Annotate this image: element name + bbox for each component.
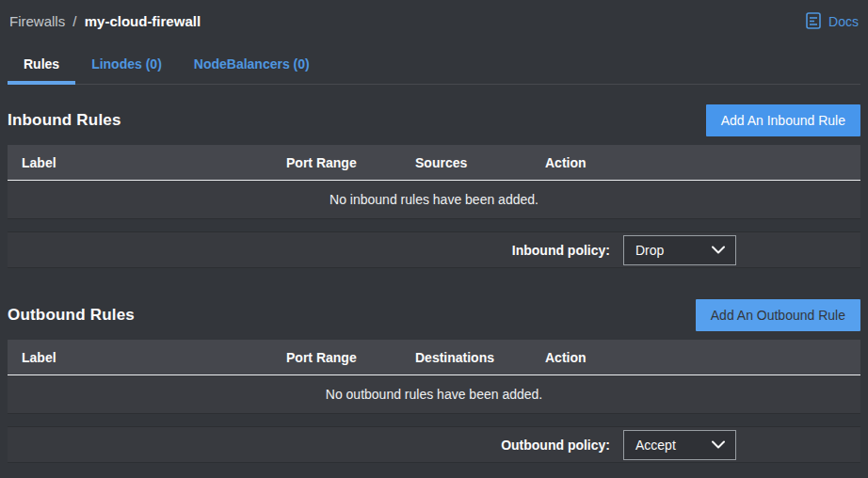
outbound-empty-message: No outbound rules have been added. — [8, 375, 860, 414]
outbound-column-destinations: Destinations — [415, 350, 545, 365]
chevron-down-icon — [712, 246, 725, 254]
outbound-column-action: Action — [545, 350, 860, 365]
firewall-detail-page: Firewalls / my-cloud-firewall Docs Rules… — [0, 0, 868, 478]
inbound-rules-section: Inbound Rules Add An Inbound Rule Label … — [8, 104, 860, 268]
outbound-policy-row: Outbound policy: Accept — [8, 426, 860, 463]
breadcrumb-firewalls-link[interactable]: Firewalls — [9, 13, 65, 29]
inbound-policy-select[interactable]: Drop — [623, 235, 736, 265]
breadcrumb: Firewalls / my-cloud-firewall — [9, 13, 201, 29]
outbound-policy-select[interactable]: Accept — [623, 430, 736, 460]
docs-icon — [806, 12, 822, 30]
tab-bar: Rules Linodes (0) NodeBalancers (0) — [8, 48, 860, 85]
inbound-column-port-range: Port Range — [286, 155, 415, 170]
top-bar: Firewalls / my-cloud-firewall Docs — [8, 0, 860, 32]
breadcrumb-separator: / — [72, 13, 76, 29]
docs-link-label: Docs — [828, 14, 859, 29]
inbound-empty-message: No inbound rules have been added. — [8, 181, 860, 219]
outbound-policy-label: Outbound policy: — [501, 438, 610, 453]
inbound-policy-label: Inbound policy: — [512, 243, 610, 258]
add-outbound-rule-button[interactable]: Add An Outbound Rule — [696, 299, 860, 331]
inbound-policy-value: Drop — [635, 243, 664, 258]
tab-linodes[interactable]: Linodes (0) — [75, 48, 178, 85]
inbound-column-label: Label — [8, 155, 286, 170]
inbound-column-action: Action — [545, 155, 860, 170]
docs-link[interactable]: Docs — [806, 12, 859, 30]
section-spacer — [8, 268, 860, 279]
outbound-column-port-range: Port Range — [286, 350, 415, 365]
breadcrumb-current-firewall: my-cloud-firewall — [85, 13, 201, 29]
inbound-column-sources: Sources — [415, 155, 545, 170]
tab-nodebalancers[interactable]: NodeBalancers (0) — [178, 48, 326, 85]
tab-rules[interactable]: Rules — [8, 48, 75, 85]
inbound-table-header: Label Port Range Sources Action — [8, 145, 860, 181]
outbound-rules-table: Label Port Range Destinations Action No … — [8, 340, 860, 414]
outbound-rules-title: Outbound Rules — [8, 306, 135, 325]
inbound-rules-table: Label Port Range Sources Action No inbou… — [8, 145, 860, 219]
chevron-down-icon — [712, 440, 725, 449]
outbound-table-header: Label Port Range Destinations Action — [8, 340, 860, 375]
outbound-rules-section: Outbound Rules Add An Outbound Rule Labe… — [8, 299, 860, 463]
inbound-policy-row: Inbound policy: Drop — [8, 231, 860, 268]
outbound-column-label: Label — [8, 350, 286, 365]
outbound-policy-value: Accept — [635, 438, 676, 453]
add-inbound-rule-button[interactable]: Add An Inbound Rule — [706, 104, 860, 136]
inbound-rules-title: Inbound Rules — [8, 111, 121, 130]
